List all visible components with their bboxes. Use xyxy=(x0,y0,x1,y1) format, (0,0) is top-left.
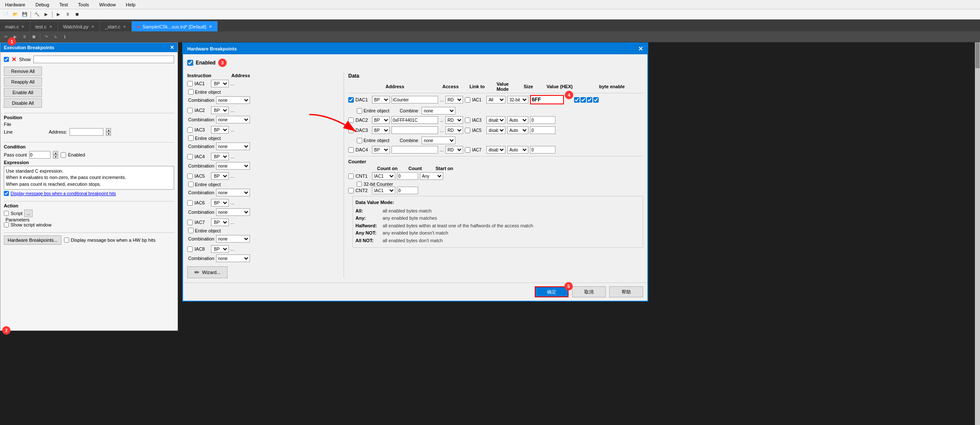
dac1-dots-btn[interactable]: ... xyxy=(440,97,444,102)
dac1-byte2[interactable] xyxy=(587,97,592,103)
iac5-type-select[interactable]: BP xyxy=(211,172,229,180)
dac3-check[interactable] xyxy=(348,128,354,133)
dac3-dots-btn[interactable]: ... xyxy=(440,128,444,133)
dac1-access-select[interactable]: RD xyxy=(445,96,463,103)
iac4-combination-select[interactable]: none xyxy=(216,162,250,170)
iac7-combination-select[interactable]: none xyxy=(216,235,250,243)
dac1-mode-select[interactable]: All xyxy=(486,96,505,103)
iac2-dots-btn[interactable]: ... xyxy=(230,108,234,113)
main-scrollbar[interactable] xyxy=(975,42,980,425)
cnt1-check[interactable] xyxy=(348,173,354,179)
bit32-checkbox[interactable] xyxy=(357,182,362,187)
show-input[interactable] xyxy=(33,56,174,63)
menu-help[interactable]: Help xyxy=(124,1,137,8)
tb2-info[interactable]: ℹ xyxy=(61,33,69,41)
tb2-pause2[interactable]: ⏸ xyxy=(20,33,29,41)
tab-start-c[interactable]: _start.c ✕ xyxy=(100,21,132,31)
iac8-combination-select[interactable]: none xyxy=(216,254,250,262)
toolbar-run[interactable]: ▶ xyxy=(54,10,63,19)
iac6-dots-btn[interactable]: ... xyxy=(230,200,234,205)
iac5-combination-select[interactable]: none xyxy=(216,189,250,196)
iac3-dots-btn[interactable]: ... xyxy=(230,127,234,132)
dac1-combine-select[interactable]: none xyxy=(422,107,455,115)
toolbar-stop[interactable]: ⏹ xyxy=(73,10,81,19)
tb2-step[interactable]: ↷ xyxy=(42,33,50,41)
show-checkbox[interactable] xyxy=(4,57,9,62)
iac1-combination-select[interactable]: none xyxy=(216,96,250,104)
reapply-all-btn[interactable]: Reapply All xyxy=(4,77,42,87)
dac1-link-check[interactable] xyxy=(465,97,470,103)
dac3-mode-select[interactable]: disabled xyxy=(486,126,505,134)
toolbar-pause[interactable]: ⏸ xyxy=(64,10,72,19)
iac7-check[interactable] xyxy=(187,220,193,225)
dac2-dots-btn[interactable]: ... xyxy=(440,117,444,123)
cnt1-start-select[interactable]: Any xyxy=(420,172,443,180)
iac5-entire-check[interactable] xyxy=(188,182,194,187)
dac4-value-input[interactable] xyxy=(530,146,555,154)
dac3-link-check[interactable] xyxy=(465,128,470,133)
iac7-entire-check[interactable] xyxy=(188,228,194,233)
display-hw-msg-checkbox[interactable] xyxy=(64,238,69,243)
dac4-mode-select[interactable]: disabled xyxy=(486,146,505,154)
wizard-btn[interactable]: ✏ Wizard... xyxy=(187,266,228,278)
dac4-addr-input[interactable] xyxy=(391,146,438,154)
dialog-close-btn[interactable]: ✕ xyxy=(638,45,643,52)
dac2-addr-input[interactable] xyxy=(391,116,438,124)
iac8-dots-btn[interactable]: ... xyxy=(230,246,234,252)
iac1-check[interactable] xyxy=(187,81,193,87)
enabled-checkbox[interactable] xyxy=(61,152,66,158)
dac3-entire-check[interactable] xyxy=(357,138,362,143)
display-msg-checkbox[interactable] xyxy=(4,191,9,196)
script-dots-btn[interactable]: ... xyxy=(24,210,33,217)
menu-debug[interactable]: Debug xyxy=(34,1,51,8)
tb2-stepinto[interactable]: ↳ xyxy=(51,33,60,41)
iac3-check[interactable] xyxy=(187,127,193,133)
tab-close-sample[interactable]: ✕ xyxy=(209,25,212,29)
tab-main-c[interactable]: main.c ✕ xyxy=(0,21,30,31)
remove-all-btn[interactable]: Remove All xyxy=(4,67,42,76)
dac1-type-select[interactable]: BP xyxy=(372,96,390,103)
exec-bp-close[interactable]: ✕ xyxy=(170,45,174,50)
enable-all-btn[interactable]: Enable All xyxy=(4,88,42,97)
toolbar-save[interactable]: 💾 xyxy=(20,10,29,19)
hw-enabled-checkbox[interactable] xyxy=(187,60,193,66)
iac7-type-select[interactable]: BP xyxy=(211,218,229,226)
dac1-entire-check[interactable] xyxy=(357,108,362,114)
iac8-check[interactable] xyxy=(187,246,193,252)
iac2-type-select[interactable]: BP xyxy=(211,106,229,114)
iac5-dots-btn[interactable]: ... xyxy=(230,173,234,179)
iac3-entire-check[interactable] xyxy=(188,135,194,141)
tab-close-start[interactable]: ✕ xyxy=(123,25,126,29)
hw-bp-button[interactable]: Hardware Breakpoints... xyxy=(4,235,61,245)
dac2-link-check[interactable] xyxy=(465,117,470,123)
dac2-mode-select[interactable]: disabled xyxy=(486,116,505,124)
iac5-check[interactable] xyxy=(187,173,193,179)
dialog-ok-btn[interactable]: 确定 xyxy=(535,286,569,297)
address-down[interactable]: ▼ xyxy=(106,132,111,136)
iac2-combination-select[interactable]: none xyxy=(216,116,250,123)
dac4-check[interactable] xyxy=(348,147,354,153)
iac1-entire-check[interactable] xyxy=(188,89,194,95)
tab-close-test[interactable]: ✕ xyxy=(49,25,53,29)
dac1-size-select[interactable]: 32-bit xyxy=(507,96,528,103)
script-checkbox[interactable] xyxy=(4,211,9,216)
dac3-size-select[interactable]: Auto xyxy=(507,126,528,134)
address-up[interactable]: ▲ xyxy=(106,128,111,132)
dac4-type-select[interactable]: BP xyxy=(372,146,390,154)
tb2-stop2[interactable]: ⏹ xyxy=(30,33,38,41)
dac4-link-check[interactable] xyxy=(465,147,470,153)
dialog-cancel-btn[interactable]: 取消 xyxy=(572,286,606,297)
menu-tools[interactable]: Tools xyxy=(76,1,91,8)
iac1-dots-btn[interactable]: ... xyxy=(230,81,234,86)
dac4-size-select[interactable]: Auto xyxy=(507,146,528,154)
toolbar-open[interactable]: 📂 xyxy=(11,10,19,19)
cnt2-iac-select[interactable]: IAC1 xyxy=(372,187,395,194)
iac3-combination-select[interactable]: none xyxy=(216,143,250,150)
iac2-check[interactable] xyxy=(187,108,193,113)
tab-close-main[interactable]: ✕ xyxy=(21,25,25,29)
dac1-byte3[interactable] xyxy=(593,97,599,103)
dac1-check[interactable] xyxy=(348,97,354,103)
iac8-type-select[interactable]: BP xyxy=(211,245,229,253)
dac3-access-select[interactable]: RD xyxy=(445,126,463,134)
show-script-checkbox[interactable] xyxy=(4,222,9,227)
